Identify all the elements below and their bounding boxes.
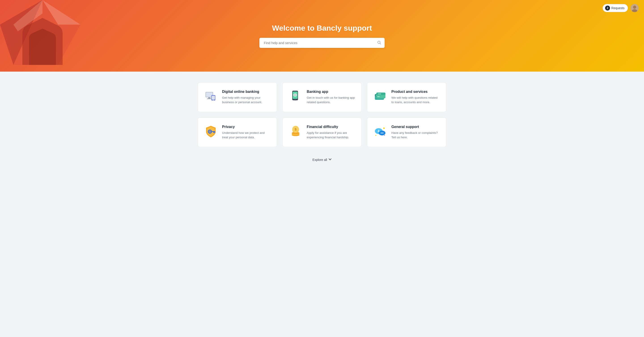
digital-banking-icon — [204, 90, 218, 103]
card-banking-app[interactable]: Banking app Get in touch with us for ban… — [282, 82, 362, 112]
cards-grid-row2: Privacy Understand how we protect and tr… — [198, 118, 446, 147]
general-support-desc: Have any feedback or complaints? Tell us… — [391, 131, 440, 140]
svg-rect-14 — [212, 96, 215, 100]
svg-point-45 — [382, 132, 382, 133]
card-general-support[interactable]: & General support Have any feedback or c… — [367, 118, 446, 147]
hero-section: 2 Requests ✏ Customise Welcome to Bancly… — [0, 0, 644, 72]
digital-banking-title: Digital online banking — [222, 90, 270, 94]
privacy-title: Privacy — [222, 125, 270, 129]
digital-banking-desc: Get help with managing your business or … — [222, 96, 270, 105]
requests-count-badge: 2 — [605, 6, 610, 11]
privacy-icon — [204, 125, 218, 138]
privacy-content: Privacy Understand how we protect and tr… — [222, 125, 270, 140]
svg-text:$: $ — [294, 127, 296, 131]
banking-app-desc: Get in touch with us for banking app rel… — [307, 96, 355, 105]
svg-point-48 — [376, 135, 376, 136]
product-services-content: Product and services We will help with q… — [391, 90, 440, 105]
card-product-services[interactable]: Product and services We will help with q… — [367, 82, 446, 112]
product-services-title: Product and services — [391, 90, 440, 94]
product-services-desc: We will help with questions related to l… — [391, 96, 440, 105]
financial-difficulty-title: Financial difficulty — [307, 125, 355, 129]
financial-difficulty-icon: $ — [289, 125, 302, 138]
svg-point-49 — [384, 135, 385, 136]
banking-app-icon — [289, 90, 302, 103]
digital-banking-content: Digital online banking Get help with man… — [222, 90, 270, 105]
requests-label: Requests — [611, 6, 624, 10]
search-icon — [377, 40, 382, 46]
svg-point-47 — [383, 127, 384, 129]
top-navigation: 2 Requests — [603, 4, 639, 12]
svg-point-15 — [213, 100, 214, 101]
svg-point-44 — [380, 132, 382, 133]
card-financial-difficulty[interactable]: $ Financial difficulty Apply for assista… — [282, 118, 362, 147]
explore-all-label: Explore all — [312, 158, 327, 162]
svg-rect-29 — [377, 96, 380, 97]
cards-grid-row1: Digital online banking Get help with man… — [198, 82, 446, 112]
svg-point-5 — [633, 6, 636, 9]
user-avatar[interactable] — [630, 4, 639, 12]
general-support-icon: & — [374, 125, 387, 138]
chevron-down-icon — [328, 158, 332, 162]
svg-rect-12 — [207, 99, 212, 99]
financial-difficulty-content: Financial difficulty Apply for assistanc… — [307, 125, 355, 140]
svg-rect-28 — [378, 94, 381, 94]
svg-point-22 — [294, 100, 296, 101]
general-support-title: General support — [391, 125, 440, 129]
privacy-desc: Understand how we protect and treat your… — [222, 131, 270, 140]
search-container — [260, 38, 384, 48]
svg-point-46 — [382, 132, 384, 133]
explore-all-button[interactable]: Explore all — [198, 152, 446, 171]
svg-rect-11 — [208, 97, 210, 99]
card-privacy[interactable]: Privacy Understand how we protect and tr… — [198, 118, 277, 147]
banking-app-title: Banking app — [307, 90, 355, 94]
svg-line-8 — [380, 43, 381, 44]
hero-decoration — [0, 0, 90, 72]
svg-point-20 — [295, 95, 296, 95]
product-services-icon — [374, 90, 387, 103]
svg-point-19 — [294, 95, 294, 95]
card-digital-online-banking[interactable]: Digital online banking Get help with man… — [198, 82, 277, 112]
requests-button[interactable]: 2 Requests — [603, 4, 628, 12]
hero-title: Welcome to Bancly support — [272, 24, 372, 33]
main-content: Digital online banking Get help with man… — [192, 82, 452, 171]
search-input[interactable] — [260, 38, 384, 48]
search-button[interactable] — [377, 40, 382, 46]
financial-difficulty-desc: Apply for assistance if you are experien… — [307, 131, 355, 140]
banking-app-content: Banking app Get in touch with us for ban… — [307, 90, 355, 105]
svg-point-21 — [296, 95, 296, 95]
general-support-content: General support Have any feedback or com… — [391, 125, 440, 140]
